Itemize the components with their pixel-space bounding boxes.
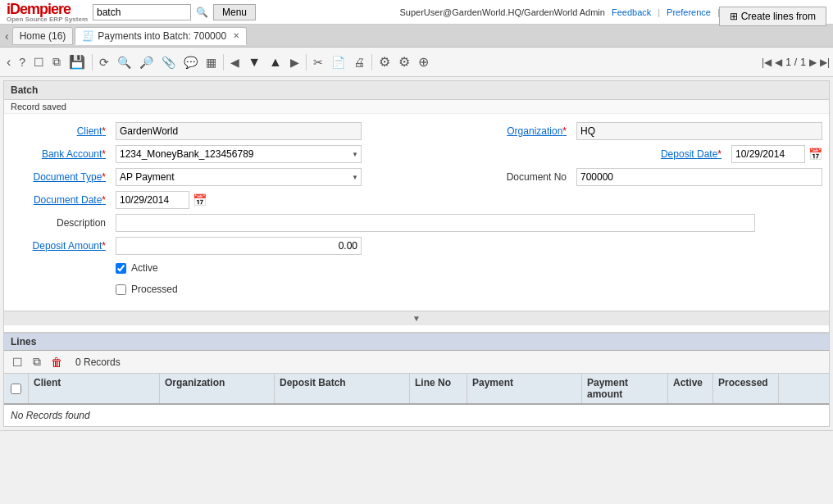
organization-label[interactable]: Organization <box>471 125 570 137</box>
tab-icon: 🧾 <box>82 30 94 42</box>
processed-checkbox-row: Processed <box>116 281 178 297</box>
deposit-amount-row: Deposit Amount <box>11 237 822 255</box>
section-header: Batch ⊞ Create lines from <box>4 81 829 100</box>
add-btn[interactable]: ⊕ <box>415 52 432 71</box>
tab-payments[interactable]: 🧾 Payments into Batch: 700000 ✕ <box>75 27 247 45</box>
doc-type-row: Document Type AP Payment Document No <box>11 168 822 186</box>
tab-home[interactable]: Home (16) <box>12 27 74 45</box>
create-lines-button[interactable]: ⊞ Create lines from <box>719 7 826 26</box>
form-area: Client Organization Bank Account 1234_Mo… <box>4 114 829 311</box>
sep3 <box>306 54 307 70</box>
active-label[interactable]: Active <box>131 262 158 274</box>
new-btn[interactable]: ☐ <box>30 54 48 70</box>
search-input[interactable] <box>93 4 191 20</box>
lines-delete-btn[interactable]: 🗑 <box>48 354 66 370</box>
top-bar: iDempiere Open Source ERP System 🔍 Menu … <box>0 0 833 25</box>
sep2 <box>223 54 224 70</box>
document-type-select[interactable]: AP Payment <box>116 168 362 186</box>
up-btn[interactable]: ▲ <box>266 53 285 71</box>
active-checkbox[interactable] <box>116 263 126 274</box>
find-btn[interactable]: 🔍 <box>114 54 134 70</box>
client-label[interactable]: Client <box>11 125 109 137</box>
help-btn[interactable]: ? <box>16 54 29 70</box>
lines-new-btn[interactable]: ☐ <box>9 354 26 370</box>
save-btn[interactable]: 💾 <box>66 52 89 71</box>
active-row: Active <box>116 260 822 276</box>
deposit-date-field: 📅 <box>731 145 822 163</box>
page-separator: / <box>794 57 797 68</box>
bank-account-select[interactable]: 1234_MoneyBank_123456789 <box>116 145 362 163</box>
description-input[interactable] <box>116 214 755 232</box>
toolbar: ‹ ? ☐ ⧉ 💾 ⟳ 🔍 🔎 📎 💬 ▦ ◀ ▼ ▲ ▶ ✂ 📄 🖨 ⚙ ⚙ … <box>0 48 833 77</box>
tab-payments-label: Payments into Batch: 700000 <box>98 30 226 42</box>
description-row: Description <box>11 214 822 232</box>
lines-grid: Client Organization Deposit Batch Line N… <box>4 374 829 426</box>
grid-header: Client Organization Deposit Batch Line N… <box>4 374 829 405</box>
document-date-field: 📅 <box>116 191 207 209</box>
deposit-date-calendar-icon[interactable]: 📅 <box>808 148 822 161</box>
grid-btn[interactable]: ▦ <box>203 54 220 70</box>
description-label: Description <box>11 217 109 229</box>
lines-section: Lines ☐ ⧉ 🗑 0 Records Client Organizatio… <box>4 332 829 426</box>
copy-btn[interactable]: ⧉ <box>49 53 64 70</box>
chat-btn[interactable]: 💬 <box>180 54 201 70</box>
document-no-label: Document No <box>471 171 570 183</box>
lines-copy-btn[interactable]: ⧉ <box>30 353 44 370</box>
user-info: SuperUser@GardenWorld.HQ/GardenWorld Adm… <box>400 7 605 17</box>
settings-btn[interactable]: ⚙ <box>376 52 394 71</box>
document-date-input[interactable] <box>116 191 189 209</box>
attach-btn[interactable]: 📎 <box>158 54 179 70</box>
tab-nav-left[interactable]: ‹ <box>3 30 11 43</box>
lines-tab[interactable]: Lines <box>4 334 829 351</box>
collapse-icon: ▼ <box>412 314 421 323</box>
cut-btn[interactable]: ✂ <box>310 54 326 70</box>
deposit-date-input[interactable] <box>731 145 805 163</box>
document-no-input[interactable] <box>576 168 822 186</box>
deposit-amount-input[interactable] <box>116 237 362 255</box>
active-checkbox-row: Active <box>116 260 158 276</box>
tab-close-icon[interactable]: ✕ <box>233 31 239 40</box>
collapse-bar[interactable]: ▼ <box>4 311 829 325</box>
preference-link[interactable]: Preference <box>667 7 711 17</box>
document-date-calendar-icon[interactable]: 📅 <box>193 193 207 207</box>
first-page-btn[interactable]: |◀ <box>762 57 772 68</box>
client-input[interactable] <box>116 122 362 140</box>
bank-account-select-wrapper: 1234_MoneyBank_123456789 <box>116 145 362 163</box>
processed-checkbox[interactable] <box>116 284 126 295</box>
next-btn[interactable]: ▶ <box>287 54 303 70</box>
processed-label[interactable]: Processed <box>131 284 178 295</box>
back-arrow-btn[interactable]: ‹ <box>3 53 14 71</box>
grid-col-payment: Payment <box>467 374 582 403</box>
organization-input[interactable] <box>576 122 822 140</box>
section-title: Batch <box>11 84 38 96</box>
records-count: 0 Records <box>75 356 121 368</box>
deposit-amount-label[interactable]: Deposit Amount <box>11 240 109 252</box>
no-records-message: No Records found <box>4 405 829 426</box>
document-type-label[interactable]: Document Type <box>11 171 109 183</box>
menu-button[interactable]: Menu <box>213 4 256 20</box>
grid-col-payment-amount: Payment amount <box>582 374 668 403</box>
next-page-btn[interactable]: ▶ <box>809 57 817 68</box>
grid-col-processed: Processed <box>713 374 779 403</box>
refresh-btn[interactable]: ⟳ <box>96 54 112 70</box>
print-btn[interactable]: 🖨 <box>350 54 368 70</box>
down-btn[interactable]: ▼ <box>244 53 264 71</box>
processed-row: Processed <box>116 281 822 297</box>
last-page-btn[interactable]: ▶| <box>820 57 830 68</box>
horizontal-scrollbar[interactable] <box>0 430 833 440</box>
feedback-link[interactable]: Feedback <box>612 7 651 17</box>
create-lines-icon: ⊞ <box>730 11 738 22</box>
prev-btn[interactable]: ◀ <box>227 54 243 70</box>
copy2-btn[interactable]: 📄 <box>328 54 348 70</box>
document-date-label[interactable]: Document Date <box>11 194 109 206</box>
doc-date-row: Document Date 📅 <box>11 191 822 209</box>
sep1 <box>92 54 93 70</box>
page-current: 1 <box>785 57 791 68</box>
settings2-btn[interactable]: ⚙ <box>395 52 413 71</box>
prev-page-btn[interactable]: ◀ <box>775 57 782 68</box>
find2-btn[interactable]: 🔎 <box>136 54 157 70</box>
bank-account-label[interactable]: Bank Account <box>11 148 109 160</box>
grid-col-client: Client <box>29 374 160 403</box>
select-all-checkbox[interactable] <box>11 384 21 394</box>
deposit-date-label[interactable]: Deposit Date <box>626 148 725 160</box>
